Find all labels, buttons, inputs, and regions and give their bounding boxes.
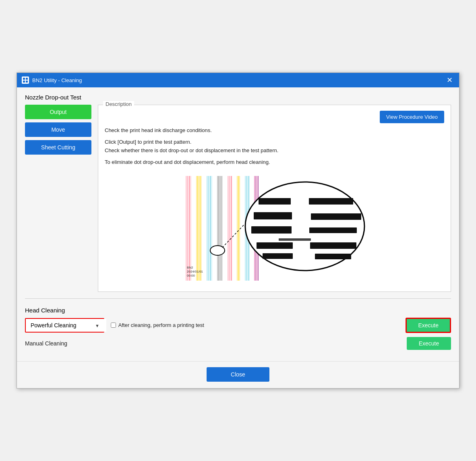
printing-test-checkbox-label[interactable]: After cleaning, perform a printing test bbox=[111, 322, 399, 328]
svg-text:2024/01/01: 2024/01/01 bbox=[187, 270, 203, 273]
description-box: Description View Procedure Video Check t… bbox=[98, 105, 451, 291]
svg-text:BN2: BN2 bbox=[187, 266, 193, 269]
title-bar: BN2 Utility - Cleaning ✕ bbox=[17, 73, 459, 87]
powerful-execute-button[interactable]: Execute bbox=[406, 318, 451, 333]
printing-test-checkbox[interactable] bbox=[111, 322, 116, 328]
title-bar-left: BN2 Utility - Cleaning bbox=[22, 76, 82, 84]
app-icon bbox=[22, 76, 29, 84]
sheet-cutting-button[interactable]: Sheet Cutting bbox=[25, 140, 91, 155]
svg-rect-49 bbox=[257, 242, 293, 249]
svg-rect-47 bbox=[309, 227, 357, 233]
nozzle-title: Nozzle Drop-out Test bbox=[25, 94, 451, 101]
top-section: Output Move Sheet Cutting Description Vi… bbox=[25, 105, 451, 291]
svg-rect-44 bbox=[254, 212, 292, 219]
manual-execute-button[interactable]: Execute bbox=[407, 337, 451, 350]
main-content: Nozzle Drop-out Test Output Move Sheet C… bbox=[17, 87, 459, 361]
test-pattern-svg: BN2 2024/01/01 00:00 bbox=[182, 176, 367, 283]
svg-rect-48 bbox=[279, 238, 311, 241]
window-title: BN2 Utility - Cleaning bbox=[32, 77, 82, 83]
main-window: BN2 Utility - Cleaning ✕ Nozzle Drop-out… bbox=[17, 72, 459, 388]
svg-rect-46 bbox=[251, 226, 292, 234]
window-close-button[interactable]: ✕ bbox=[445, 76, 454, 84]
svg-rect-1 bbox=[26, 78, 28, 80]
head-cleaning-title: Head Cleaning bbox=[25, 307, 451, 314]
manual-cleaning-row: Manual Cleaning Execute bbox=[25, 337, 451, 350]
desc-para-3: To eliminate dot drop-out and dot displa… bbox=[105, 158, 444, 167]
move-button[interactable]: Move bbox=[25, 122, 91, 137]
svg-rect-3 bbox=[26, 81, 28, 83]
diagram-area: BN2 2024/01/01 00:00 bbox=[105, 173, 444, 286]
separator bbox=[25, 298, 451, 299]
manual-cleaning-label: Manual Cleaning bbox=[25, 340, 67, 347]
footer: Close bbox=[17, 361, 459, 388]
description-legend: Description bbox=[103, 101, 134, 107]
checkbox-label-text: After cleaning, perform a printing test bbox=[118, 322, 204, 328]
svg-rect-51 bbox=[263, 253, 293, 259]
svg-rect-50 bbox=[310, 242, 356, 249]
svg-rect-52 bbox=[315, 254, 351, 259]
view-video-button[interactable]: View Procedure Video bbox=[380, 111, 444, 123]
svg-rect-42 bbox=[259, 198, 291, 205]
head-cleaning-section: Head Cleaning Powerful Cleaning Normal C… bbox=[25, 304, 451, 355]
desc-para-1: Check the print head ink discharge condi… bbox=[105, 126, 444, 135]
svg-text:00:00: 00:00 bbox=[187, 274, 195, 277]
output-button[interactable]: Output bbox=[25, 105, 91, 119]
description-text: Check the print head ink discharge condi… bbox=[105, 126, 444, 166]
cleaning-dropdown-wrapper: Powerful Cleaning Normal Cleaning Light … bbox=[25, 318, 104, 333]
left-panel: Output Move Sheet Cutting bbox=[25, 105, 91, 291]
svg-rect-2 bbox=[23, 81, 25, 83]
desc-para-2: Click [Output] to print the test pattern… bbox=[105, 138, 444, 155]
svg-rect-45 bbox=[311, 213, 361, 220]
svg-rect-0 bbox=[23, 78, 25, 80]
cleaning-type-dropdown[interactable]: Powerful Cleaning Normal Cleaning Light … bbox=[26, 319, 106, 332]
close-button[interactable]: Close bbox=[207, 367, 269, 382]
svg-line-40 bbox=[222, 224, 244, 248]
svg-rect-43 bbox=[309, 198, 353, 205]
powerful-cleaning-row: Powerful Cleaning Normal Cleaning Light … bbox=[25, 318, 451, 333]
